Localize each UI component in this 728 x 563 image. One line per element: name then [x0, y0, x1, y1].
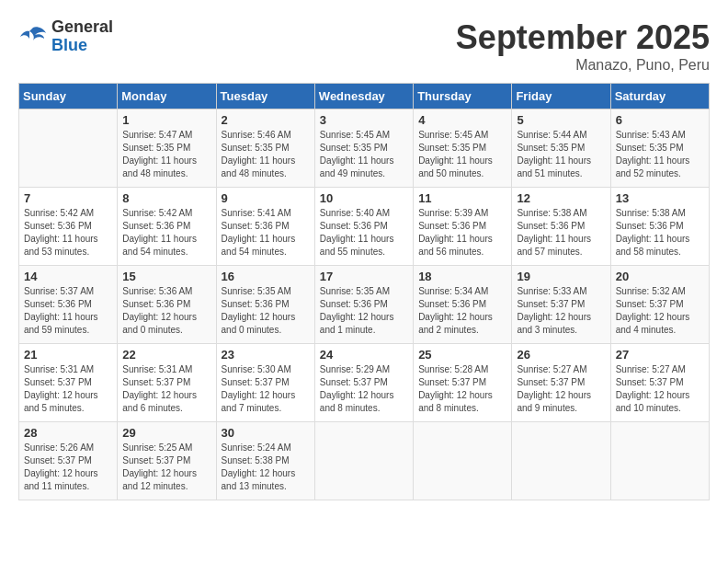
- header-sunday: Sunday: [19, 84, 118, 109]
- day-detail: Sunrise: 5:37 AM Sunset: 5:36 PM Dayligh…: [24, 285, 112, 337]
- day-number: 4: [418, 113, 506, 127]
- calendar-week-3: 21Sunrise: 5:31 AM Sunset: 5:37 PM Dayli…: [19, 344, 710, 422]
- day-number: 2: [222, 113, 310, 127]
- day-number: 7: [24, 191, 112, 205]
- calendar-cell: 9Sunrise: 5:41 AM Sunset: 5:36 PM Daylig…: [216, 188, 314, 266]
- calendar-cell: 23Sunrise: 5:30 AM Sunset: 5:37 PM Dayli…: [216, 344, 314, 422]
- day-number: 11: [418, 191, 506, 205]
- location-subtitle: Manazo, Puno, Peru: [456, 57, 710, 74]
- calendar-cell: 20Sunrise: 5:32 AM Sunset: 5:37 PM Dayli…: [610, 266, 709, 344]
- day-detail: Sunrise: 5:45 AM Sunset: 5:35 PM Dayligh…: [320, 129, 408, 180]
- day-detail: Sunrise: 5:28 AM Sunset: 5:37 PM Dayligh…: [418, 363, 506, 415]
- calendar-cell: 7Sunrise: 5:42 AM Sunset: 5:36 PM Daylig…: [19, 188, 118, 266]
- day-number: 16: [222, 270, 310, 283]
- day-number: 27: [616, 348, 704, 362]
- day-number: 18: [418, 270, 506, 283]
- day-detail: Sunrise: 5:33 AM Sunset: 5:37 PM Dayligh…: [517, 285, 605, 337]
- day-detail: Sunrise: 5:31 AM Sunset: 5:37 PM Dayligh…: [122, 363, 210, 415]
- header-wednesday: Wednesday: [314, 84, 413, 109]
- calendar-header-row: SundayMondayTuesdayWednesdayThursdayFrid…: [19, 84, 710, 109]
- day-number: 5: [517, 113, 605, 127]
- calendar-cell: 2Sunrise: 5:46 AM Sunset: 5:35 PM Daylig…: [216, 109, 314, 188]
- day-detail: Sunrise: 5:34 AM Sunset: 5:36 PM Dayligh…: [418, 285, 506, 337]
- day-detail: Sunrise: 5:29 AM Sunset: 5:37 PM Dayligh…: [320, 363, 408, 415]
- calendar-cell: [19, 109, 118, 188]
- day-detail: Sunrise: 5:25 AM Sunset: 5:37 PM Dayligh…: [122, 442, 210, 493]
- day-detail: Sunrise: 5:42 AM Sunset: 5:36 PM Dayligh…: [122, 207, 210, 259]
- day-detail: Sunrise: 5:46 AM Sunset: 5:35 PM Dayligh…: [222, 129, 310, 180]
- calendar-week-2: 14Sunrise: 5:37 AM Sunset: 5:36 PM Dayli…: [19, 266, 710, 344]
- day-detail: Sunrise: 5:24 AM Sunset: 5:38 PM Dayligh…: [222, 442, 310, 493]
- day-number: 10: [320, 191, 408, 205]
- day-number: 22: [122, 348, 210, 362]
- calendar-cell: 1Sunrise: 5:47 AM Sunset: 5:35 PM Daylig…: [118, 109, 216, 188]
- day-detail: Sunrise: 5:42 AM Sunset: 5:36 PM Dayligh…: [24, 207, 112, 259]
- day-detail: Sunrise: 5:38 AM Sunset: 5:36 PM Dayligh…: [517, 207, 605, 259]
- calendar-cell: 13Sunrise: 5:38 AM Sunset: 5:36 PM Dayli…: [610, 188, 709, 266]
- calendar-cell: 24Sunrise: 5:29 AM Sunset: 5:37 PM Dayli…: [314, 344, 413, 422]
- day-number: 13: [616, 191, 704, 205]
- calendar-cell: 21Sunrise: 5:31 AM Sunset: 5:37 PM Dayli…: [19, 344, 118, 422]
- day-number: 14: [24, 270, 112, 283]
- day-detail: Sunrise: 5:41 AM Sunset: 5:36 PM Dayligh…: [222, 207, 310, 259]
- month-title: September 2025: [456, 18, 710, 57]
- calendar-week-4: 28Sunrise: 5:26 AM Sunset: 5:37 PM Dayli…: [19, 422, 710, 500]
- calendar-cell: 29Sunrise: 5:25 AM Sunset: 5:37 PM Dayli…: [118, 422, 216, 500]
- calendar-week-0: 1Sunrise: 5:47 AM Sunset: 5:35 PM Daylig…: [19, 109, 710, 188]
- header-friday: Friday: [512, 84, 610, 109]
- day-number: 23: [222, 348, 310, 362]
- day-number: 26: [517, 348, 605, 362]
- calendar-cell: 26Sunrise: 5:27 AM Sunset: 5:37 PM Dayli…: [512, 344, 610, 422]
- day-detail: Sunrise: 5:26 AM Sunset: 5:37 PM Dayligh…: [24, 442, 112, 493]
- header-saturday: Saturday: [610, 84, 709, 109]
- day-detail: Sunrise: 5:45 AM Sunset: 5:35 PM Dayligh…: [418, 129, 506, 180]
- calendar-cell: 25Sunrise: 5:28 AM Sunset: 5:37 PM Dayli…: [414, 344, 512, 422]
- title-block: September 2025 Manazo, Puno, Peru: [456, 18, 710, 74]
- calendar-cell: 3Sunrise: 5:45 AM Sunset: 5:35 PM Daylig…: [314, 109, 413, 188]
- day-detail: Sunrise: 5:31 AM Sunset: 5:37 PM Dayligh…: [24, 363, 112, 415]
- calendar-cell: 5Sunrise: 5:44 AM Sunset: 5:35 PM Daylig…: [512, 109, 610, 188]
- day-detail: Sunrise: 5:36 AM Sunset: 5:36 PM Dayligh…: [122, 285, 210, 337]
- day-number: 9: [222, 191, 310, 205]
- logo-text: General Blue: [51, 18, 113, 55]
- day-detail: Sunrise: 5:44 AM Sunset: 5:35 PM Dayligh…: [517, 129, 605, 180]
- day-detail: Sunrise: 5:39 AM Sunset: 5:36 PM Dayligh…: [418, 207, 506, 259]
- calendar-cell: [610, 422, 709, 500]
- calendar-cell: 8Sunrise: 5:42 AM Sunset: 5:36 PM Daylig…: [118, 188, 216, 266]
- day-number: 12: [517, 191, 605, 205]
- day-detail: Sunrise: 5:43 AM Sunset: 5:35 PM Dayligh…: [616, 129, 704, 180]
- day-detail: Sunrise: 5:40 AM Sunset: 5:36 PM Dayligh…: [320, 207, 408, 259]
- calendar-cell: [314, 422, 413, 500]
- page-header: General Blue September 2025 Manazo, Puno…: [18, 18, 710, 74]
- calendar-cell: 10Sunrise: 5:40 AM Sunset: 5:36 PM Dayli…: [314, 188, 413, 266]
- calendar-cell: 15Sunrise: 5:36 AM Sunset: 5:36 PM Dayli…: [118, 266, 216, 344]
- header-tuesday: Tuesday: [216, 84, 314, 109]
- calendar-cell: 19Sunrise: 5:33 AM Sunset: 5:37 PM Dayli…: [512, 266, 610, 344]
- day-number: 30: [222, 426, 310, 440]
- day-detail: Sunrise: 5:30 AM Sunset: 5:37 PM Dayligh…: [222, 363, 310, 415]
- day-detail: Sunrise: 5:32 AM Sunset: 5:37 PM Dayligh…: [616, 285, 704, 337]
- header-monday: Monday: [118, 84, 216, 109]
- calendar-cell: 18Sunrise: 5:34 AM Sunset: 5:36 PM Dayli…: [414, 266, 512, 344]
- day-number: 28: [24, 426, 112, 440]
- day-detail: Sunrise: 5:27 AM Sunset: 5:37 PM Dayligh…: [616, 363, 704, 415]
- day-number: 24: [320, 348, 408, 362]
- day-number: 8: [122, 191, 210, 205]
- day-detail: Sunrise: 5:47 AM Sunset: 5:35 PM Dayligh…: [122, 129, 210, 180]
- day-number: 21: [24, 348, 112, 362]
- calendar-cell: 11Sunrise: 5:39 AM Sunset: 5:36 PM Dayli…: [414, 188, 512, 266]
- calendar-cell: [414, 422, 512, 500]
- calendar-cell: 12Sunrise: 5:38 AM Sunset: 5:36 PM Dayli…: [512, 188, 610, 266]
- day-number: 20: [616, 270, 704, 283]
- calendar-week-1: 7Sunrise: 5:42 AM Sunset: 5:36 PM Daylig…: [19, 188, 710, 266]
- day-number: 15: [122, 270, 210, 283]
- day-number: 3: [320, 113, 408, 127]
- header-thursday: Thursday: [414, 84, 512, 109]
- day-number: 25: [418, 348, 506, 362]
- calendar-cell: 4Sunrise: 5:45 AM Sunset: 5:35 PM Daylig…: [414, 109, 512, 188]
- calendar-cell: 16Sunrise: 5:35 AM Sunset: 5:36 PM Dayli…: [216, 266, 314, 344]
- day-detail: Sunrise: 5:35 AM Sunset: 5:36 PM Dayligh…: [222, 285, 310, 337]
- day-number: 17: [320, 270, 408, 283]
- day-detail: Sunrise: 5:27 AM Sunset: 5:37 PM Dayligh…: [517, 363, 605, 415]
- calendar-cell: [512, 422, 610, 500]
